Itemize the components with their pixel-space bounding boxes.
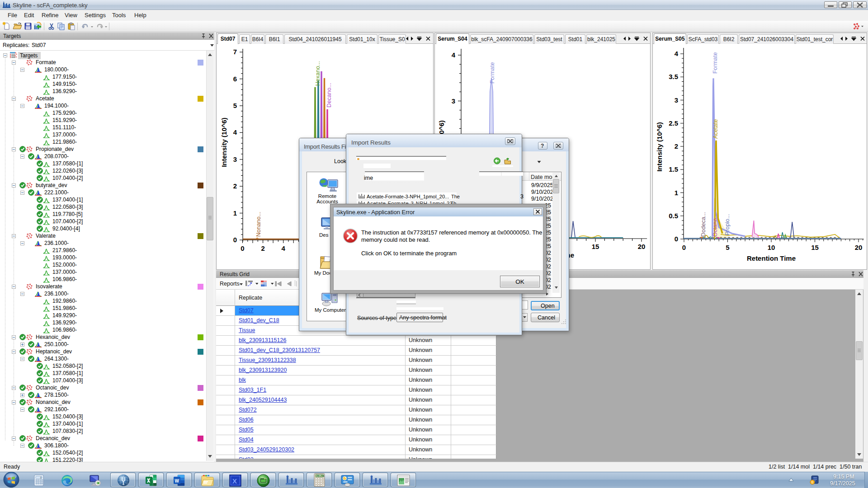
svg-text:ON-LINE: ON-LINE [316,475,325,477]
svg-text:Formate: Formate [712,52,718,74]
svg-text:Propio...: Propio... [724,214,731,235]
svg-text:4: 4 [675,50,679,57]
svg-text:0: 0 [241,244,244,252]
svg-text:5: 5 [233,102,237,109]
svg-text:Octano...: Octano... [712,213,718,237]
svg-text:Decano...: Decano... [326,83,332,108]
svg-text:2: 2 [261,244,264,252]
svg-text:!: ! [811,480,813,484]
svg-text:7: 7 [233,48,237,56]
svg-text:Intensity (10^6): Intensity (10^6) [656,122,663,172]
svg-text:1.5: 1.5 [669,165,678,173]
svg-text:2: 2 [675,142,678,150]
svg-text:15: 15 [592,243,599,250]
svg-text:3: 3 [452,97,455,105]
svg-text:5: 5 [726,244,729,251]
svg-text:0: 0 [682,244,686,251]
svg-text:Dodeca...: Dodeca... [700,212,707,237]
svg-text:Hexano...: Hexano... [314,61,321,86]
svg-text:3: 3 [675,96,678,104]
svg-text:6: 6 [233,75,237,83]
svg-text:4: 4 [452,51,456,59]
svg-text:0: 0 [675,235,678,243]
svg-text:4: 4 [282,244,286,252]
svg-text:Intensity (10^6): Intensity (10^6) [220,117,228,167]
svg-text:20: 20 [855,244,863,251]
svg-text:0.5: 0.5 [669,212,678,220]
svg-text:X: X [232,477,237,485]
svg-text:X: X [147,479,150,483]
svg-text:10: 10 [768,244,775,251]
svg-text:W: W [175,479,179,483]
svg-text:Acetate: Acetate [712,119,719,139]
svg-text:4: 4 [233,128,237,136]
svg-text:1: 1 [233,209,237,217]
svg-text:0: 0 [233,236,237,244]
svg-text:2.5: 2.5 [669,119,678,127]
svg-text:2: 2 [233,182,237,190]
svg-text:Formate: Formate [489,62,495,84]
svg-text:3.5: 3.5 [669,73,678,80]
svg-text:Nonano...: Nonano... [255,212,262,237]
svg-text:0: 0 [40,476,42,479]
svg-text:1: 1 [675,189,678,197]
svg-text:3: 3 [233,155,237,163]
svg-text:Retention Time: Retention Time [747,254,796,262]
svg-text:15: 15 [811,244,819,251]
svg-text:20: 20 [638,243,646,250]
